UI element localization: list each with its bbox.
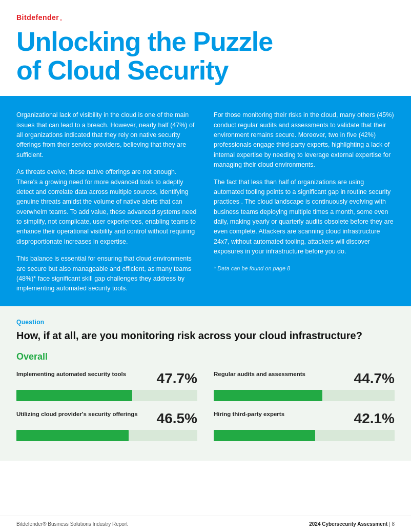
overall-label: Overall [16, 351, 395, 362]
page-title: Unlocking the Puzzle of Cloud Security [16, 27, 395, 85]
stat-label: Hiring third-party experts [214, 410, 354, 419]
stat-label: Utilizing cloud provider's security offe… [16, 410, 157, 419]
brand-logo: Bitdefender. [16, 11, 395, 23]
stats-grid: Implementing automated security tools 47… [16, 370, 395, 450]
stat-item-stat3: Utilizing cloud provider's security offe… [16, 410, 197, 441]
brand-dot: . [59, 11, 63, 23]
stat-label: Regular audits and assessments [214, 370, 354, 379]
question-label: Question [16, 319, 395, 326]
content-columns: Organizational lack of visibility in the… [16, 110, 395, 293]
col2-footnote: * Data can be found on page 8 [214, 264, 395, 273]
brand-name: Bitdefender [16, 13, 59, 22]
stat-bar-container [214, 430, 395, 441]
footer-left: Bitdefender® Business Solutions Industry… [16, 521, 128, 527]
stat-bar [214, 390, 322, 401]
stat-bar-container [16, 390, 197, 401]
page-footer: Bitdefender® Business Solutions Industry… [0, 516, 411, 532]
stat-item-stat1: Implementing automated security tools 47… [16, 370, 197, 401]
stat-value: 44.7% [354, 370, 395, 387]
stat-value: 46.5% [157, 410, 197, 427]
stat-header: Utilizing cloud provider's security offe… [16, 410, 197, 427]
stat-header: Regular audits and assessments 44.7% [214, 370, 395, 387]
footer-right: 2024 Cybersecurity Assessment | 8 [309, 521, 395, 527]
stat-bar-container [16, 430, 197, 441]
title-line2: of Cloud Security [16, 55, 228, 85]
blue-content-section: Organizational lack of visibility in the… [0, 96, 411, 306]
col2-para2: The fact that less than half of organiza… [214, 178, 395, 257]
col2-para1: For those monitoring their risks in the … [214, 110, 395, 170]
title-line1: Unlocking the Puzzle [16, 27, 273, 56]
bottom-stats-section: Question How, if at all, are you monitor… [0, 306, 411, 461]
stat-item-stat4: Hiring third-party experts 42.1% [214, 410, 395, 441]
stat-header: Hiring third-party experts 42.1% [214, 410, 395, 427]
content-col-right: For those monitoring their risks in the … [214, 110, 395, 293]
stat-bar [16, 430, 129, 441]
col1-para2: As threats evolve, these native offering… [16, 167, 197, 247]
col1-para1: Organizational lack of visibility in the… [16, 110, 197, 160]
footer-page: 8 [392, 521, 395, 527]
stat-value: 42.1% [354, 410, 395, 427]
content-col-left: Organizational lack of visibility in the… [16, 110, 197, 293]
question-title: How, if at all, are you monitoring risk … [16, 329, 395, 342]
stat-bar [16, 390, 132, 401]
stat-label: Implementing automated security tools [16, 370, 157, 379]
stat-item-stat2: Regular audits and assessments 44.7% [214, 370, 395, 401]
col1-para3: This balance is essential for ensuring t… [16, 254, 197, 294]
stat-bar-container [214, 390, 395, 401]
footer-report-title: 2024 Cybersecurity Assessment [309, 521, 387, 527]
stat-bar [214, 430, 315, 441]
stat-value: 47.7% [157, 370, 197, 387]
stat-header: Implementing automated security tools 47… [16, 370, 197, 387]
header-section: Bitdefender. Unlocking the Puzzle of Clo… [0, 0, 411, 96]
